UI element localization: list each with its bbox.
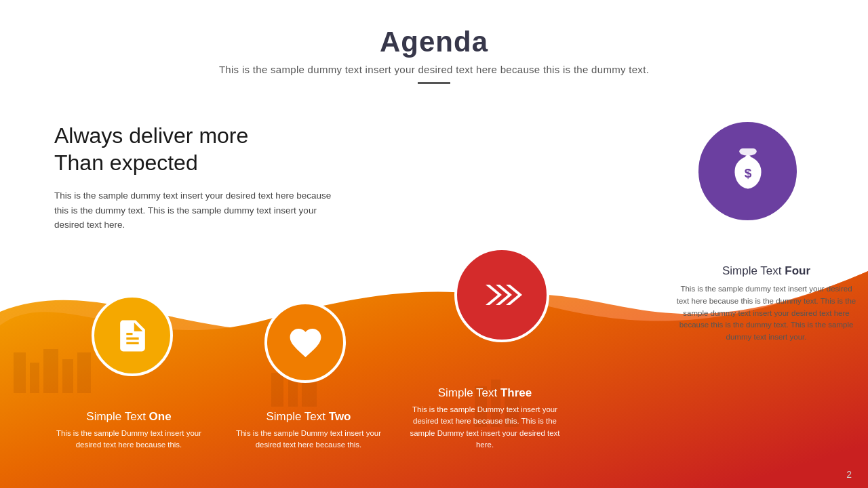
circle-icon-one [92,295,173,376]
item-three-description: This is the sample Dummy text insert you… [400,404,570,451]
document-icon [114,317,151,354]
circle-icon-two [264,302,346,383]
page-title: Agenda [0,26,868,58]
item-one-title: Simple Text One [44,410,214,424]
svg-rect-1 [14,352,26,393]
item-two-title: Simple Text Two [227,410,390,424]
icon-wrapper-two [264,302,346,383]
svg-rect-3 [43,349,58,393]
icon-wrapper-four: $ [695,119,800,224]
icon-wrapper-three-alt [454,247,549,342]
double-tag-icon [477,270,526,319]
header-divider [418,82,450,84]
svg-rect-5 [77,352,91,393]
item-title-block-one: Simple Text One This is the sample Dummy… [44,410,214,451]
left-text-block: Always deliver more Than expected This i… [54,122,339,232]
item-title-block-four: Simple Text Four This is the sample dumm… [675,264,858,344]
main-body-text: This is the sample dummy text insert you… [54,188,339,232]
slide: Agenda This is the sample dummy text ins… [0,0,868,488]
item-title-block-three: Simple Text Three This is the sample Dum… [400,386,570,451]
item-three-title: Simple Text Three [400,386,570,400]
circle-icon-four: $ [695,119,800,224]
svg-rect-4 [62,359,73,393]
svg-text:$: $ [744,165,751,180]
item-two-description: This is the sample Dummy text insert you… [227,428,390,451]
svg-rect-2 [30,363,39,393]
item-one-description: This is the sample Dummy text insert you… [44,428,214,451]
circle-icon-three-display [454,247,549,342]
item-four-title: Simple Text Four [675,264,858,278]
main-heading: Always deliver more Than expected [54,122,339,176]
money-bag-icon: $ [725,148,771,195]
heart-icon [287,324,324,361]
header: Agenda This is the sample dummy text ins… [0,0,868,84]
item-title-block-two: Simple Text Two This is the sample Dummy… [227,410,390,451]
icon-wrapper-one [92,295,173,376]
item-four-description: This is the sample dummy text insert you… [675,283,858,344]
page-number: 2 [846,469,852,480]
header-subtitle: This is the sample dummy text insert you… [0,64,868,75]
